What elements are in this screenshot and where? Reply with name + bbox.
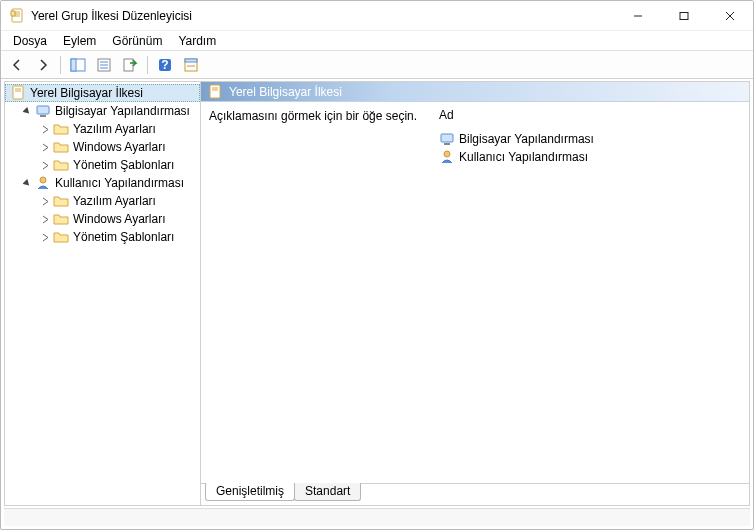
svg-rect-25 bbox=[40, 115, 46, 117]
minimize-button[interactable] bbox=[615, 1, 661, 30]
tree-computer-config[interactable]: Bilgisayar Yapılandırması bbox=[5, 102, 200, 120]
tree-label: Windows Ayarları bbox=[73, 140, 165, 154]
export-list-button[interactable] bbox=[118, 54, 142, 76]
mmc-icon bbox=[9, 8, 25, 24]
expand-icon[interactable] bbox=[39, 195, 51, 207]
expand-icon[interactable] bbox=[39, 231, 51, 243]
user-icon bbox=[439, 149, 455, 165]
filter-button[interactable] bbox=[179, 54, 203, 76]
collapse-icon[interactable] bbox=[21, 105, 33, 117]
tree-label: Yazılım Ayarları bbox=[73, 122, 156, 136]
toolbar-separator bbox=[147, 56, 148, 74]
tree-software-settings[interactable]: Yazılım Ayarları bbox=[5, 120, 200, 138]
svg-point-32 bbox=[444, 151, 450, 157]
help-button[interactable]: ? bbox=[153, 54, 177, 76]
svg-point-26 bbox=[40, 177, 46, 183]
tree-windows-settings[interactable]: Windows Ayarları bbox=[5, 210, 200, 228]
main-body: Yerel Bilgisayar İlkesi Bilgisayar Yapıl… bbox=[4, 81, 750, 506]
toolbar-separator bbox=[60, 56, 61, 74]
list-item-label: Bilgisayar Yapılandırması bbox=[459, 132, 594, 146]
svg-rect-21 bbox=[13, 86, 23, 99]
menubar: Dosya Eylem Görünüm Yardım bbox=[1, 31, 753, 51]
description-pane: Açıklamasını görmek için bir öğe seçin. bbox=[209, 108, 419, 477]
statusbar bbox=[4, 508, 750, 526]
tree-root[interactable]: Yerel Bilgisayar İlkesi bbox=[5, 84, 200, 102]
forward-button[interactable] bbox=[31, 54, 55, 76]
window-buttons bbox=[615, 1, 753, 30]
computer-icon bbox=[439, 131, 455, 147]
tree-label: Windows Ayarları bbox=[73, 212, 165, 226]
tree-label: Yazılım Ayarları bbox=[73, 194, 156, 208]
details-header-title: Yerel Bilgisayar İlkesi bbox=[229, 85, 342, 99]
menu-action[interactable]: Eylem bbox=[55, 32, 104, 50]
computer-icon bbox=[35, 103, 51, 119]
folder-icon bbox=[53, 121, 69, 137]
tree-admin-templates[interactable]: Yönetim Şablonları bbox=[5, 156, 200, 174]
svg-rect-30 bbox=[441, 134, 453, 142]
back-button[interactable] bbox=[5, 54, 29, 76]
menu-file[interactable]: Dosya bbox=[5, 32, 55, 50]
expand-icon[interactable] bbox=[39, 123, 51, 135]
svg-rect-19 bbox=[185, 59, 197, 62]
tree-windows-settings[interactable]: Windows Ayarları bbox=[5, 138, 200, 156]
app-window: Yerel Grup İlkesi Düzenleyicisi Dosya Ey… bbox=[0, 0, 754, 530]
folder-icon bbox=[53, 229, 69, 245]
description-text: Açıklamasını görmek için bir öğe seçin. bbox=[209, 109, 417, 123]
expand-icon[interactable] bbox=[39, 213, 51, 225]
svg-rect-31 bbox=[444, 143, 450, 145]
folder-icon bbox=[53, 139, 69, 155]
svg-text:?: ? bbox=[161, 58, 168, 72]
tree-pane[interactable]: Yerel Bilgisayar İlkesi Bilgisayar Yapıl… bbox=[5, 82, 201, 505]
list-pane: Ad Bilgisayar Yapılandırması bbox=[437, 108, 741, 477]
show-hide-tree-button[interactable] bbox=[66, 54, 90, 76]
maximize-button[interactable] bbox=[661, 1, 707, 30]
mmc-icon bbox=[207, 84, 223, 100]
tree-user-config[interactable]: Kullanıcı Yapılandırması bbox=[5, 174, 200, 192]
close-button[interactable] bbox=[707, 1, 753, 30]
column-header-name[interactable]: Ad bbox=[437, 108, 741, 122]
svg-rect-27 bbox=[210, 85, 220, 98]
details-pane: Yerel Bilgisayar İlkesi Açıklamasını gör… bbox=[201, 82, 749, 505]
folder-icon bbox=[53, 211, 69, 227]
svg-rect-15 bbox=[124, 59, 133, 71]
tab-standard[interactable]: Standart bbox=[294, 483, 361, 501]
folder-icon bbox=[53, 157, 69, 173]
tree-label: Yönetim Şablonları bbox=[73, 230, 174, 244]
view-tabs: Genişletilmiş Standart bbox=[201, 483, 749, 505]
tree-label: Yerel Bilgisayar İlkesi bbox=[30, 86, 143, 100]
list-item[interactable]: Bilgisayar Yapılandırması bbox=[437, 130, 741, 148]
folder-icon bbox=[53, 193, 69, 209]
collapse-icon[interactable] bbox=[21, 177, 33, 189]
tree-admin-templates[interactable]: Yönetim Şablonları bbox=[5, 228, 200, 246]
svg-rect-10 bbox=[71, 59, 76, 71]
toolbar: ? bbox=[1, 51, 753, 79]
user-icon bbox=[35, 175, 51, 191]
menu-view[interactable]: Görünüm bbox=[104, 32, 170, 50]
svg-rect-24 bbox=[37, 106, 49, 114]
tree-label: Kullanıcı Yapılandırması bbox=[55, 176, 184, 190]
details-header: Yerel Bilgisayar İlkesi bbox=[201, 82, 749, 102]
svg-rect-6 bbox=[680, 12, 688, 19]
tab-extended[interactable]: Genişletilmiş bbox=[205, 483, 295, 501]
tree-label: Yönetim Şablonları bbox=[73, 158, 174, 172]
details-body: Açıklamasını görmek için bir öğe seçin. … bbox=[201, 102, 749, 483]
tree-label: Bilgisayar Yapılandırması bbox=[55, 104, 190, 118]
expand-icon[interactable] bbox=[39, 159, 51, 171]
properties-button[interactable] bbox=[92, 54, 116, 76]
window-title: Yerel Grup İlkesi Düzenleyicisi bbox=[31, 9, 615, 23]
titlebar: Yerel Grup İlkesi Düzenleyicisi bbox=[1, 1, 753, 31]
mmc-icon bbox=[10, 85, 26, 101]
tree-software-settings[interactable]: Yazılım Ayarları bbox=[5, 192, 200, 210]
expand-icon[interactable] bbox=[39, 141, 51, 153]
svg-rect-4 bbox=[11, 11, 15, 16]
menu-help[interactable]: Yardım bbox=[170, 32, 224, 50]
list-item[interactable]: Kullanıcı Yapılandırması bbox=[437, 148, 741, 166]
list-item-label: Kullanıcı Yapılandırması bbox=[459, 150, 588, 164]
